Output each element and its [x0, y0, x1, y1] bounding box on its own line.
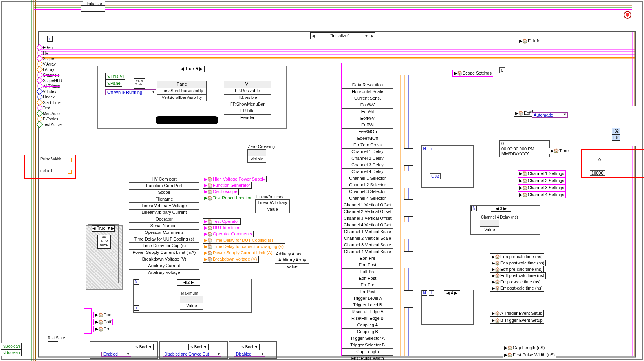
scope-field: Channel 4 Delay: [342, 169, 393, 175]
build-array-2: [404, 171, 413, 188]
config-local: ▶🏠Time Delay for DUT Cooling (s): [203, 237, 274, 244]
scope-field: Channel 2 Delay: [342, 155, 393, 162]
eon-pre-local: ▶🏠Eon pre-calc time (ns): [490, 253, 544, 260]
build-array-5: [404, 251, 413, 268]
scope-field: Channel 3 Delay: [342, 162, 393, 169]
locals-outline: [84, 308, 92, 334]
shift-register-label: V Index: [43, 89, 56, 94]
config-field: Operator Comments: [129, 230, 199, 236]
delta-i-term: [68, 170, 72, 174]
pane-ref: ↘Pane: [105, 80, 122, 87]
pulse-width-term: [68, 158, 72, 162]
for-loop-trigger-i: i: [429, 290, 434, 296]
redacted-string: [156, 116, 218, 124]
build-array-3: [404, 199, 413, 217]
for-loop-channels-i: i: [429, 146, 434, 151]
svg-rect-0: [0, 0, 35, 361]
true-case-lower: [88, 224, 119, 283]
bool-loop-3-disabled[interactable]: Disabled: [234, 352, 265, 357]
i32-b: I32: [612, 134, 620, 141]
scope-field: Eon%V: [342, 102, 393, 109]
far-right-zero: 0: [597, 157, 602, 162]
scope-field: Channel 4 Selector: [342, 195, 393, 202]
ch3-settings-local: ▶🏠Channel 3 Settings: [518, 184, 566, 191]
eoff-local: ▶🏠Eoff: [93, 319, 113, 325]
shift-register-label: Test Active: [43, 122, 62, 127]
for-loop-delay-sel[interactable]: ◀ 3 ▶: [491, 206, 511, 212]
config-unbundle: HV Com portFunction Com PortScopeFilenam…: [129, 176, 199, 276]
scope-field: Eoff Pre: [342, 269, 393, 275]
shift-register-label: Start Time: [43, 100, 61, 105]
shift-register-label: E-Tables: [43, 117, 58, 121]
config-field: Time Delay for UUT Cooling (s): [129, 236, 199, 243]
config-field: Arbitrary Current: [129, 263, 199, 270]
config-field: Linear/Arbitrary Current: [129, 210, 199, 216]
scope-field: Eoff%I: [342, 122, 393, 129]
time-local: ▶🏠Time: [549, 148, 570, 154]
lin-arb-node: Linear/Arbitrary Value: [255, 199, 290, 213]
scope-field: Eoff Post: [342, 275, 393, 282]
eoff-local: ▶🏠Eoff: [514, 110, 533, 117]
pane-property-node: Pane HorizScrollbarVisibility VertScroll…: [157, 81, 207, 101]
err-pre-local: ▶🏠Err pre-calc time (ns): [490, 279, 542, 285]
scope-field: Rise/Fall Edge B: [342, 315, 393, 322]
first-pulse-local: ▶🏠First Pulse Width (uS): [503, 352, 556, 358]
scope-field: Channel 1 Selector: [342, 175, 393, 182]
maximum-loop-n: N: [134, 279, 139, 285]
stop-button-icon[interactable]: [624, 11, 631, 19]
boolean-a: ↘Boolean: [1, 343, 22, 350]
scope-field: Eon Pre: [342, 255, 393, 262]
scope-field: Coupling B: [342, 329, 393, 335]
shift-register-label: Channels: [43, 73, 59, 77]
config-field: Linear/Arbitrary Voltage: [129, 203, 199, 210]
eoff-post-local: ▶🏠Eoff post-calc time (ns): [490, 272, 546, 279]
scope-field: Coupling A: [342, 322, 393, 329]
off-while-running-dropdown[interactable]: Off While Running: [105, 89, 156, 95]
ch4-settings-local: ▶🏠Channel 4 Settings: [518, 191, 566, 198]
true-case-lower-sel[interactable]: ◀ True ▼▶: [92, 225, 115, 232]
maximum-loop-sel[interactable]: ◀ 2 ▶: [177, 279, 200, 286]
lin-arb-title: Linear/Arbitrary: [255, 194, 284, 200]
scope-settings-local: ▶🏠Scope Settings: [452, 70, 493, 77]
scope-field: Current Sens.: [342, 95, 393, 102]
config-local: ▶🏠Test Operator: [203, 218, 241, 225]
scope-field: First Pulse Width: [342, 356, 393, 361]
err-post-local: ▶🏠Err post-calc time (ns): [490, 285, 544, 292]
bool-loop-3-bool: ↘ Bool ▼: [240, 344, 260, 350]
config-local: ▶🏠Power Supply Current Limit (A): [203, 250, 274, 256]
config-local: ▶🏠Function Generator: [203, 182, 252, 189]
config-field: Scope: [129, 190, 199, 196]
for-loop-trigger-sel[interactable]: ◀ 4 ▶: [444, 290, 460, 295]
scope-unbundle: Data ResolutionHorizontal ScaleCurrent S…: [342, 82, 393, 361]
config-field: Breakdown Voltage (V): [129, 256, 199, 263]
config-field: Serial Number: [129, 223, 199, 230]
config-local: ▶🏠Breakdown Voltage (V): [203, 256, 259, 263]
scope-field: Eoff%V: [342, 115, 393, 122]
case-selector-text: "Initialize": [316, 33, 363, 38]
bool-loop-2-disabled-grayed[interactable]: Disabled and Grayed Out: [163, 352, 221, 357]
scope-field: Channel 2 Vertical Scale: [342, 235, 393, 242]
test-state-label: Test State: [46, 335, 66, 341]
scope-field: Channel 3 Vertical Offset: [342, 215, 393, 222]
shift-register-label: I Array: [43, 67, 54, 72]
i32-a: I32: [612, 128, 620, 135]
config-field: Power Supply Current Limit (mA): [129, 250, 199, 256]
err-local: ▶🏠Err: [93, 326, 111, 332]
maximum-title: Maximum: [180, 290, 199, 296]
scope-field: Channel 1 Vertical Offset: [342, 202, 393, 209]
boolean-b: ↘Boolean: [1, 349, 22, 356]
true-case-selector[interactable]: ◀ True ▼▶: [179, 66, 205, 72]
scope-field: Gap Length: [342, 349, 393, 356]
scope-field: Eoee%IOff: [342, 135, 393, 142]
scope-field: Err Pre: [342, 282, 393, 289]
scope-field: Eee%IOn: [342, 129, 393, 135]
scope-field: Channel 3 Vertical Scale: [342, 242, 393, 249]
b-trigger-local: ▶🏠B Trigger Event Setup: [490, 317, 544, 324]
case-selector[interactable]: ◀ "Initialize" ▼ ▶: [310, 32, 375, 39]
bool-loop-1-bool: ↘ Bool ▼: [134, 344, 154, 350]
automatic-dropdown[interactable]: Automatic: [532, 112, 568, 118]
vi-property-node: VI FP.Resizable TB.Visible FP.ShowMenuBa…: [224, 81, 271, 121]
bool-loop-1-enabled[interactable]: Enabled: [101, 352, 131, 357]
scope-field: Trigger Selector A: [342, 335, 393, 342]
zero-a: 0: [499, 67, 505, 73]
